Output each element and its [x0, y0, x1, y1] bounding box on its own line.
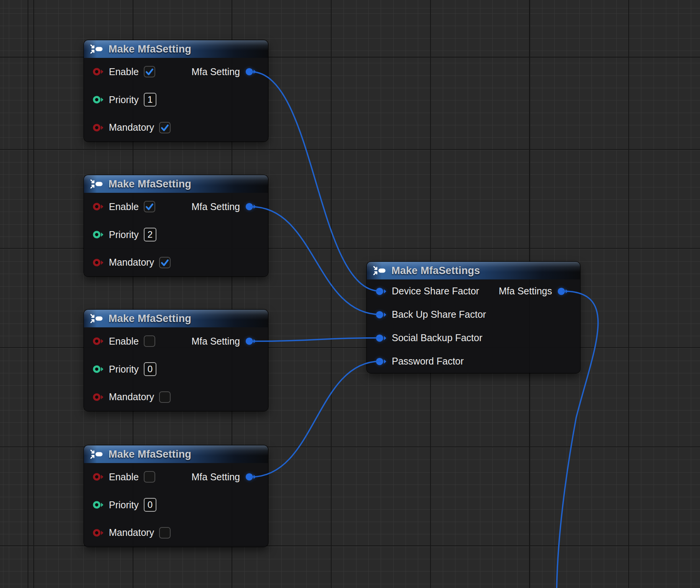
priority-input-pin[interactable]	[92, 230, 104, 239]
pin-label: Enable	[109, 201, 139, 212]
row-enable: Enable	[92, 198, 155, 215]
row-mandatory: Mandatory	[92, 524, 171, 541]
mandatory-checkbox[interactable]	[159, 122, 171, 133]
pin-label: Mfa Setting	[192, 201, 240, 212]
row-device-share-factor: Device Share Factor	[375, 283, 479, 300]
node-make-mfasetting-1[interactable]: Make MfaSettingEnablePriority2MandatoryM…	[84, 175, 268, 276]
mfa-setting-output-pin[interactable]	[245, 472, 256, 481]
wire-mfa-setting-to-back-up-share-factor	[251, 207, 380, 314]
enable-checkbox[interactable]	[144, 201, 155, 212]
node-header[interactable]: Make MfaSetting	[84, 175, 268, 193]
pin-label: Priority	[109, 499, 139, 511]
pin-label: Enable	[109, 471, 139, 483]
wire-mfa-setting-to-device-share-factor	[251, 72, 380, 291]
mandatory-input-pin[interactable]	[92, 528, 104, 537]
pin-label: Mfa Setting	[192, 471, 240, 483]
row-mandatory: Mandatory	[92, 119, 171, 136]
node-make-mfasetting-2[interactable]: Make MfaSettingEnablePriority0MandatoryM…	[84, 310, 268, 411]
node-title: Make MfaSettings	[391, 265, 480, 277]
node-make-mfasetting-3[interactable]: Make MfaSettingEnablePriority0MandatoryM…	[84, 445, 268, 547]
back-up-share-factor-input-pin[interactable]	[375, 310, 387, 319]
row-priority: Priority0	[92, 361, 156, 378]
pin-label: Mandatory	[109, 122, 154, 133]
pin-label: Mandatory	[109, 527, 154, 538]
enable-input-pin[interactable]	[92, 337, 104, 346]
pin-label: Mfa Setting	[192, 66, 240, 77]
pin-label: Mandatory	[109, 391, 154, 402]
mandatory-checkbox[interactable]	[159, 391, 171, 403]
pin-label: Priority	[109, 229, 139, 240]
priority-value-field[interactable]: 2	[144, 228, 156, 241]
row-social-backup-factor: Social Backup Factor	[375, 330, 482, 347]
mfa-setting-output-pin[interactable]	[245, 67, 256, 76]
row-priority: Priority2	[92, 226, 156, 243]
node-title: Make MfaSetting	[108, 448, 191, 460]
row-mandatory: Mandatory	[92, 389, 171, 406]
pin-label: Priority	[109, 94, 139, 105]
row-password-factor: Password Factor	[375, 353, 464, 370]
row-priority: Priority1	[92, 91, 156, 108]
row-mandatory: Mandatory	[92, 254, 171, 271]
node-header[interactable]: Make MfaSetting	[84, 40, 268, 58]
wire-mfa-setting-to-password-factor	[251, 361, 380, 477]
node-title: Make MfaSetting	[108, 313, 191, 325]
row-mfa-setting: Mfa Setting	[192, 333, 256, 350]
pin-label: Mfa Setting	[192, 336, 240, 347]
enable-input-pin[interactable]	[92, 67, 104, 76]
make-struct-icon	[90, 179, 105, 189]
enable-input-pin[interactable]	[92, 472, 104, 481]
social-backup-factor-input-pin[interactable]	[375, 333, 387, 343]
priority-value-field[interactable]: 1	[144, 93, 156, 107]
wire-mfa-setting-to-social-backup-factor	[251, 338, 380, 342]
pin-label: Social Backup Factor	[392, 332, 482, 343]
row-mfa-setting: Mfa Setting	[192, 63, 256, 80]
mandatory-checkbox[interactable]	[159, 257, 171, 268]
mandatory-input-pin[interactable]	[92, 393, 104, 402]
blueprint-graph-canvas[interactable]: Make MfaSettingEnablePriority1MandatoryM…	[0, 0, 700, 588]
enable-checkbox[interactable]	[144, 471, 155, 483]
priority-input-pin[interactable]	[92, 500, 104, 509]
mandatory-input-pin[interactable]	[92, 123, 104, 132]
priority-value-field[interactable]: 0	[144, 362, 156, 376]
node-make-mfasettings-4[interactable]: Make MfaSettingsDevice Share FactorBack …	[367, 262, 580, 373]
row-enable: Enable	[92, 63, 155, 80]
pin-label: Enable	[109, 336, 139, 347]
node-make-mfasetting-0[interactable]: Make MfaSettingEnablePriority1MandatoryM…	[84, 40, 268, 141]
node-header[interactable]: Make MfaSetting	[84, 445, 268, 463]
enable-input-pin[interactable]	[92, 202, 104, 211]
make-struct-icon	[90, 314, 105, 324]
row-enable: Enable	[92, 333, 155, 350]
row-mfa-setting: Mfa Setting	[192, 198, 256, 215]
mfa-setting-output-pin[interactable]	[245, 337, 256, 346]
make-struct-icon	[90, 44, 105, 54]
pin-label: Device Share Factor	[392, 286, 479, 297]
mandatory-input-pin[interactable]	[92, 258, 104, 267]
pin-label: Enable	[109, 66, 139, 77]
row-mfa-setting: Mfa Setting	[192, 468, 256, 485]
row-back-up-share-factor: Back Up Share Factor	[375, 306, 486, 323]
row-priority: Priority0	[92, 496, 156, 513]
mandatory-checkbox[interactable]	[159, 527, 171, 539]
mfa-setting-output-pin[interactable]	[245, 202, 256, 211]
pin-label: Priority	[109, 364, 139, 375]
node-title: Make MfaSetting	[108, 178, 191, 190]
node-header[interactable]: Make MfaSettings	[367, 262, 580, 279]
device-share-factor-input-pin[interactable]	[375, 287, 387, 296]
pin-label: Back Up Share Factor	[392, 309, 486, 320]
priority-value-field[interactable]: 0	[144, 498, 156, 512]
row-mfa-settings: Mfa Settings	[499, 283, 569, 300]
pin-label: Mandatory	[109, 257, 154, 268]
make-struct-icon	[373, 266, 388, 276]
priority-input-pin[interactable]	[92, 95, 104, 104]
node-header[interactable]: Make MfaSetting	[84, 310, 268, 327]
make-struct-icon	[90, 449, 105, 459]
pin-label: Password Factor	[392, 356, 464, 367]
enable-checkbox[interactable]	[144, 66, 155, 77]
pin-label: Mfa Settings	[499, 286, 552, 297]
node-title: Make MfaSetting	[108, 43, 191, 55]
enable-checkbox[interactable]	[144, 335, 155, 347]
mfa-settings-output-pin[interactable]	[557, 287, 569, 296]
row-enable: Enable	[92, 468, 155, 485]
priority-input-pin[interactable]	[92, 365, 104, 374]
password-factor-input-pin[interactable]	[375, 357, 387, 366]
